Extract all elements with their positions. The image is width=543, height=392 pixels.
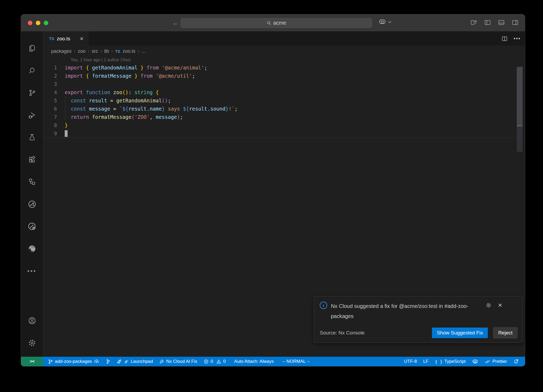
branch-button[interactable]: add-zoo-packages	[45, 357, 102, 366]
editor-more-actions-icon[interactable]: •••	[514, 36, 521, 42]
remote-indicator-icon: ><	[30, 359, 34, 364]
code-line[interactable]: 2import { formatMessage } from '@acme/ut…	[43, 72, 525, 80]
more-icon[interactable]: •••	[21, 260, 43, 282]
line-content: const message = `${result.name} says ${r…	[57, 105, 238, 113]
line-content: export function zoo(): string {	[57, 88, 159, 97]
code-line[interactable]: 4export function zoo(): string {	[43, 88, 525, 97]
tab-label: zoo.ts	[57, 36, 70, 42]
code-line[interactable]: 6 const message = `${result.name} says $…	[43, 105, 525, 113]
customize-layout-icon[interactable]	[470, 19, 477, 26]
notification-close-icon[interactable]: ×	[498, 302, 502, 309]
nx-cloud-ai-fix-button[interactable]: Nx Cloud AI Fix	[157, 357, 200, 366]
line-number: 3	[43, 80, 57, 88]
breadcrumb-item[interactable]: zoo›	[78, 49, 89, 54]
settings-gear-icon[interactable]	[21, 332, 43, 354]
source-control-icon[interactable]	[21, 82, 43, 104]
breadcrumb-separator-icon: ›	[74, 49, 75, 54]
search-value: acme	[273, 20, 286, 26]
line-content: return formatMessage('ZOO', message);	[57, 113, 183, 121]
line-content	[57, 80, 65, 88]
search-icon[interactable]	[21, 59, 43, 82]
line-number: 8	[43, 121, 57, 129]
zoom-window-button[interactable]	[44, 21, 48, 25]
code-line[interactable]: 7 return formatMessage('ZOO', message);	[43, 113, 525, 121]
auto-attach-label: Auto Attach: Always	[234, 359, 274, 364]
code-line[interactable]: 1import { getRandomAnimal } from '@acme/…	[43, 64, 525, 72]
warning-count: 0	[223, 359, 226, 364]
auto-attach-button[interactable]: Auto Attach: Always	[231, 357, 276, 366]
notification-settings-gear-icon[interactable]	[486, 302, 492, 308]
accounts-icon[interactable]	[21, 310, 43, 332]
tab-zoo-ts[interactable]: TS zoo.ts ×	[43, 31, 89, 46]
status-bar: >< add-zoo-packages	[21, 357, 525, 366]
split-editor-icon[interactable]	[501, 36, 508, 42]
remote-indicator-button[interactable]: ><	[21, 357, 43, 366]
line-content: import { formatMessage } from '@acme/uti…	[57, 72, 195, 80]
edge-browser-icon[interactable]	[21, 238, 43, 260]
git-branch-icon	[48, 359, 53, 364]
git-graph-button[interactable]	[103, 357, 113, 366]
explorer-icon[interactable]	[21, 37, 43, 59]
reject-button[interactable]: Reject	[493, 327, 518, 338]
notifications-bell-button[interactable]	[511, 357, 521, 366]
breadcrumb-item[interactable]: packages›	[51, 49, 75, 54]
code-line[interactable]: 9	[43, 129, 525, 138]
command-center-search[interactable]: acme	[181, 18, 372, 28]
run-debug-icon[interactable]	[21, 104, 43, 126]
formatter-label: Prettier	[492, 359, 507, 364]
toggle-panel-icon[interactable]	[498, 19, 505, 26]
scrollbar-track-lower[interactable]	[517, 126, 523, 152]
line-content	[57, 129, 68, 138]
extensions-icon[interactable]	[21, 149, 43, 171]
rocket-icon	[116, 359, 122, 364]
breadcrumb-separator-icon: ›	[88, 49, 89, 54]
breadcrumb-label: zoo	[78, 49, 85, 54]
formatter-button[interactable]: Prettier	[482, 357, 510, 366]
navigate-back-button[interactable]: ←	[172, 19, 179, 27]
line-number: 1	[43, 64, 57, 72]
breadcrumb-item[interactable]: TSzoo.ts›	[115, 49, 139, 54]
plug-icon	[124, 359, 129, 364]
language-mode-button[interactable]: { } TypeScript	[432, 357, 468, 366]
show-suggested-fix-button[interactable]: Show Suggested Fix	[432, 328, 488, 338]
nx-cloud-icon[interactable]	[21, 215, 43, 238]
braces-icon: { }	[435, 359, 443, 364]
testing-icon[interactable]	[21, 126, 43, 149]
info-icon: i	[320, 302, 327, 309]
line-number: 4	[43, 88, 57, 97]
breadcrumb-item[interactable]: lib›	[104, 49, 113, 54]
eol-button[interactable]: LF	[421, 357, 431, 366]
toggle-secondary-sidebar-icon[interactable]	[512, 19, 519, 26]
close-window-button[interactable]	[28, 21, 32, 25]
encoding-button[interactable]: UTF-8	[401, 357, 419, 366]
notification-dot	[517, 359, 518, 360]
line-number: 7	[43, 113, 57, 121]
references-icon[interactable]	[21, 171, 43, 193]
wrench-icon	[159, 359, 164, 364]
copilot-menu-button[interactable]	[378, 19, 392, 25]
language-label: TypeScript	[444, 359, 466, 364]
text-cursor	[65, 130, 68, 137]
copilot-icon	[472, 359, 478, 364]
double-check-icon	[485, 359, 491, 364]
tab-close-icon[interactable]: ×	[80, 36, 84, 42]
copilot-status-button[interactable]	[469, 357, 481, 366]
breadcrumb-item[interactable]: src›	[92, 49, 102, 54]
breadcrumb-label: zoo.ts	[123, 49, 135, 54]
launchpad-button[interactable]: Launchpad	[114, 357, 156, 366]
minimize-window-button[interactable]	[36, 21, 40, 25]
code-line[interactable]: 3	[43, 80, 525, 88]
typescript-file-icon: TS	[115, 49, 120, 54]
scrollbar-thumb[interactable]	[517, 67, 523, 126]
vim-mode-indicator[interactable]: -- NORMAL --	[279, 357, 312, 366]
nx-console-icon[interactable]	[21, 193, 43, 215]
line-number: 6	[43, 105, 57, 113]
problems-button[interactable]: 0 0	[201, 357, 228, 366]
code-line[interactable]: 8}	[43, 121, 525, 129]
code-line[interactable]: 5 const result = getRandomAnimal();	[43, 97, 525, 105]
git-blame-annotation: You, 1 hour ago | 1 author (You)	[43, 56, 525, 64]
git-graph-icon	[106, 359, 110, 364]
breadcrumb-item[interactable]: ...	[142, 49, 146, 54]
toggle-primary-sidebar-icon[interactable]	[484, 19, 491, 26]
window-controls	[28, 21, 48, 25]
